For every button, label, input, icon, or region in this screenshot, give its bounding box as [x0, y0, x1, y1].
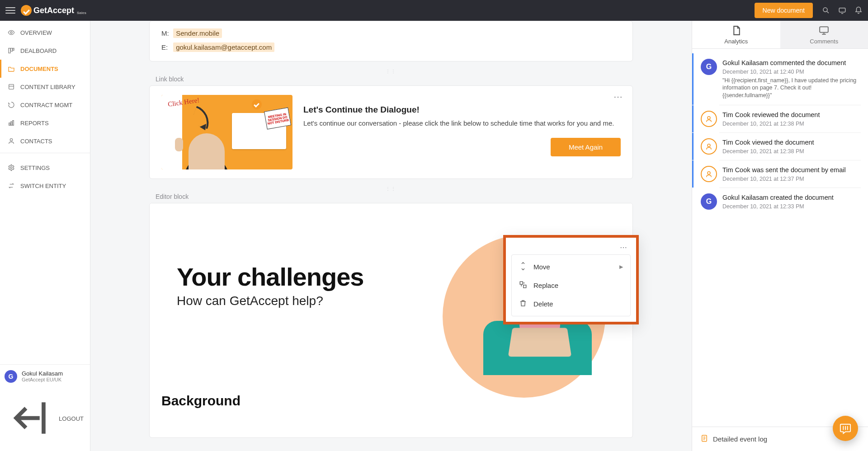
tab-comments[interactable]: Comments — [780, 21, 868, 48]
feed-title: Tim Cook was sent the document by email — [722, 166, 846, 175]
svg-rect-8 — [9, 85, 14, 89]
context-menu-highlight: ⋯ Move ▶ Replace Delete — [503, 235, 639, 324]
feed-title: Gokul Kailasam created the document — [722, 193, 834, 202]
feed-date: December 10, 2021 at 12:33 PM — [722, 203, 834, 210]
svg-rect-10 — [9, 123, 10, 125]
feed-quote: "Hi {{recipient.first_name}}, I have upd… — [722, 77, 861, 100]
chart-icon — [8, 119, 15, 127]
menu-toggle[interactable] — [5, 5, 15, 15]
sidebar-label: REPORTS — [20, 120, 49, 127]
new-document-button[interactable]: New document — [755, 3, 813, 18]
context-replace[interactable]: Replace — [512, 276, 630, 295]
sidebar-item-overview[interactable]: OVERVIEW — [0, 23, 90, 42]
feed-item[interactable]: GGokul Kailasam commented the documentDe… — [692, 53, 868, 105]
link-block-menu-icon[interactable]: ⋯ — [613, 92, 623, 101]
feed-avatar — [701, 138, 717, 155]
activity-feed: GGokul Kailasam commented the documentDe… — [692, 49, 868, 427]
mobile-chip[interactable]: Sender.mobile — [173, 28, 222, 38]
user-org: GetAccept EU/UK — [22, 377, 63, 382]
meet-again-button[interactable]: Meet Again — [551, 138, 621, 156]
sidebar-item-settings[interactable]: SETTINGS — [0, 159, 90, 177]
right-panel: Analytics Comments GGokul Kailasam comme… — [692, 21, 868, 451]
feed-date: December 10, 2021 at 12:38 PM — [722, 148, 814, 155]
context-move[interactable]: Move ▶ — [512, 258, 630, 276]
sidebar: OVERVIEW DEALBOARD DOCUMENTS CONTENT LIB… — [0, 21, 90, 451]
context-delete[interactable]: Delete — [512, 295, 630, 313]
monitor-icon — [818, 25, 830, 36]
link-thumbnail: Click Here! MEETING IN SESSION DO NOT DI… — [161, 95, 292, 169]
feed-date: December 10, 2021 at 12:38 PM — [722, 121, 820, 127]
user-block[interactable]: G Gokul Kailasam GetAccept EU/UK — [0, 364, 90, 388]
link-block-label: Link block — [156, 75, 633, 83]
sidebar-item-dealboard[interactable]: DEALBOARD — [0, 42, 90, 60]
svg-point-20 — [708, 117, 710, 119]
link-block-title: Let's Continue the Dialogue! — [303, 105, 621, 115]
sidebar-item-documents[interactable]: DOCUMENTS — [0, 60, 90, 78]
tab-analytics[interactable]: Analytics — [692, 21, 780, 48]
hero-sub: How can GetAccept help? — [177, 294, 323, 308]
user-icon — [8, 137, 15, 145]
log-icon — [700, 434, 708, 444]
email-chip[interactable]: gokul.kailasam@getaccept.com — [173, 42, 274, 52]
folder-icon — [8, 65, 15, 72]
search-icon[interactable] — [822, 6, 830, 14]
user-name: Gokul Kailasam — [22, 370, 63, 377]
bell-icon[interactable] — [854, 6, 863, 14]
chevron-right-icon: ▶ — [619, 264, 623, 270]
sidebar-item-switch-entity[interactable]: SWITCH ENTITY — [0, 177, 90, 195]
context-menu-trigger-icon[interactable]: ⋯ — [506, 238, 636, 254]
link-block-card: ⋯ Click Here! MEETING IN SESSION DO NOT … — [149, 85, 633, 179]
sender-card: M: Sender.mobile E: gokul.kailasam@getac… — [149, 21, 633, 61]
feed-title: Tim Cook reviewed the document — [722, 111, 820, 120]
sidebar-item-contract-mgmt[interactable]: CONTRACT MGMT — [0, 96, 90, 114]
logo[interactable]: GetAccept Sales — [21, 5, 86, 16]
feed-item[interactable]: Tim Cook reviewed the documentDecember 1… — [692, 105, 868, 132]
link-block-body: Let's continue our conversation - please… — [303, 119, 621, 127]
svg-point-4 — [10, 32, 12, 33]
feed-date: December 10, 2021 at 12:40 PM — [722, 69, 861, 75]
brand-sub: Sales — [77, 11, 86, 15]
sidebar-label: CONTRACT MGMT — [20, 102, 72, 108]
sidebar-label: CONTENT LIBRARY — [20, 84, 75, 90]
feed-item[interactable]: GGokul Kailasam created the documentDece… — [692, 188, 868, 215]
svg-point-14 — [10, 167, 12, 169]
move-icon — [519, 262, 527, 272]
feed-avatar: G — [701, 59, 717, 75]
mobile-label: M: — [161, 29, 171, 37]
svg-point-21 — [708, 144, 710, 147]
feed-item[interactable]: Tim Cook was sent the document by emailD… — [692, 160, 868, 188]
sidebar-item-contacts[interactable]: CONTACTS — [0, 132, 90, 150]
svg-point-13 — [10, 139, 12, 141]
feed-date: December 10, 2021 at 12:37 PM — [722, 176, 846, 182]
feed-avatar — [701, 166, 717, 182]
board-icon — [8, 47, 15, 54]
email-label: E: — [161, 43, 171, 51]
logout-icon — [6, 395, 53, 443]
logout-button[interactable]: LOGOUT — [0, 388, 90, 451]
svg-rect-2 — [839, 8, 845, 12]
svg-point-22 — [708, 172, 710, 174]
drag-handle-icon[interactable]: ⋮⋮ — [149, 186, 633, 191]
intercom-launcher[interactable] — [833, 416, 858, 441]
svg-rect-12 — [13, 121, 14, 126]
trash-icon — [519, 299, 527, 309]
drag-handle-icon[interactable]: ⋮⋮ — [149, 69, 633, 74]
sidebar-item-reports[interactable]: REPORTS — [0, 114, 90, 132]
feed-avatar: G — [701, 193, 717, 210]
feed-title: Tim Cook viewed the document — [722, 138, 814, 147]
svg-line-1 — [827, 11, 829, 13]
sidebar-label: CONTACTS — [20, 138, 52, 145]
document-icon — [731, 25, 742, 36]
present-icon[interactable] — [838, 6, 846, 14]
sidebar-item-content-library[interactable]: CONTENT LIBRARY — [0, 78, 90, 96]
svg-rect-6 — [11, 48, 13, 52]
gear-icon — [8, 164, 15, 171]
svg-rect-16 — [524, 285, 526, 288]
hero-headline: Your challenges — [177, 262, 363, 291]
replace-icon — [519, 281, 527, 290]
svg-rect-11 — [11, 122, 12, 125]
feed-item[interactable]: Tim Cook viewed the documentDecember 10,… — [692, 133, 868, 160]
feed-avatar — [701, 111, 717, 127]
sidebar-label: SWITCH ENTITY — [20, 183, 66, 189]
logo-mark-icon — [21, 5, 32, 16]
